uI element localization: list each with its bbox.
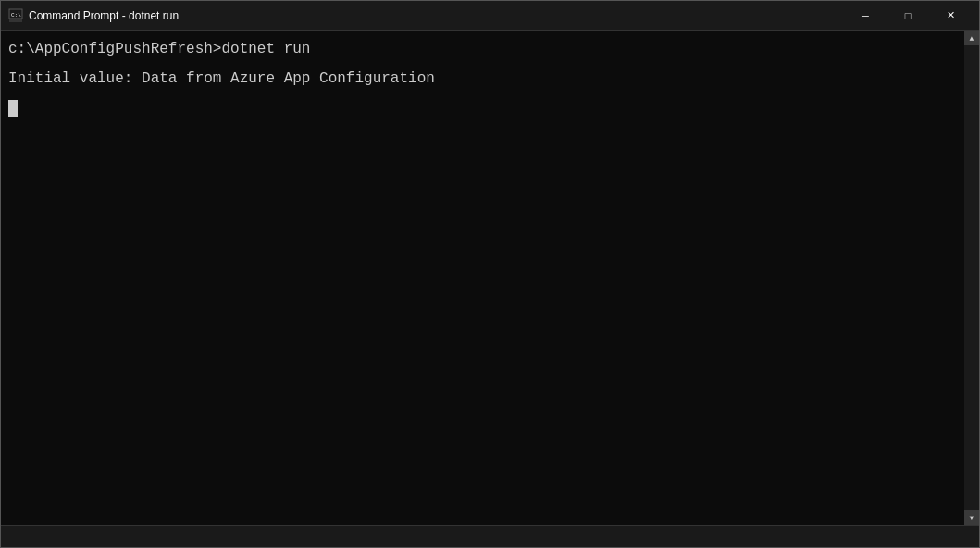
terminal-body[interactable]: c:\AppConfigPushRefresh>dotnet run Initi… bbox=[1, 31, 979, 525]
title-bar: C:\ Command Prompt - dotnet run ─ □ ✕ bbox=[1, 1, 979, 31]
scrollbar-up-button[interactable]: ▲ bbox=[964, 31, 979, 45]
window-icon: C:\ bbox=[8, 8, 23, 23]
scrollbar[interactable]: ▲ ▼ bbox=[964, 31, 979, 525]
bottom-bar bbox=[1, 525, 979, 547]
svg-text:C:\: C:\ bbox=[11, 12, 21, 19]
terminal-line-1: c:\AppConfigPushRefresh>dotnet run bbox=[8, 34, 972, 64]
window-controls: ─ □ ✕ bbox=[844, 1, 972, 31]
scrollbar-down-button[interactable]: ▼ bbox=[964, 510, 979, 525]
window: C:\ Command Prompt - dotnet run ─ □ ✕ c:… bbox=[0, 0, 980, 548]
terminal-line-2: Initial value: Data from Azure App Confi… bbox=[8, 64, 972, 93]
window-title: Command Prompt - dotnet run bbox=[29, 9, 844, 22]
maximize-button[interactable]: □ bbox=[887, 1, 929, 31]
minimize-button[interactable]: ─ bbox=[844, 1, 887, 31]
cursor-line bbox=[8, 93, 972, 123]
terminal-cursor bbox=[8, 100, 18, 117]
svg-rect-1 bbox=[9, 19, 22, 22]
close-button[interactable]: ✕ bbox=[929, 1, 972, 31]
